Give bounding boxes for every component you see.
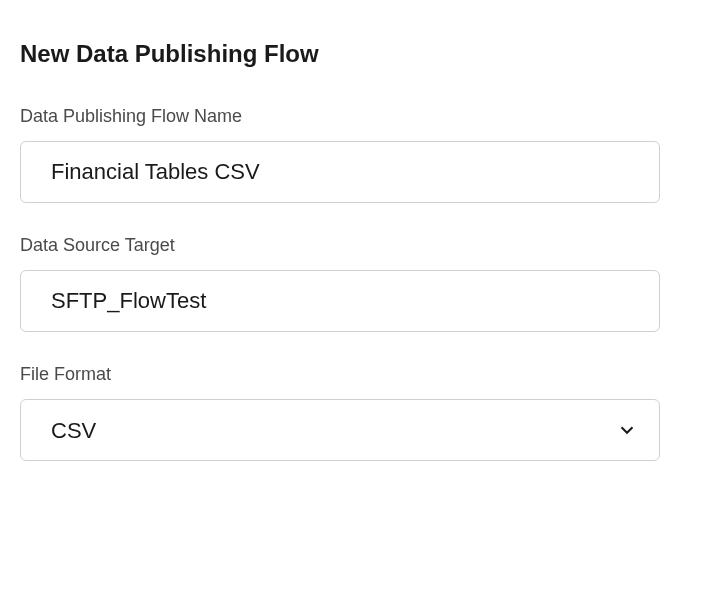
data-source-target-input[interactable] — [20, 270, 660, 332]
page-title: New Data Publishing Flow — [20, 40, 708, 68]
flow-name-input[interactable] — [20, 141, 660, 203]
file-format-label: File Format — [20, 364, 708, 385]
flow-name-label: Data Publishing Flow Name — [20, 106, 708, 127]
data-source-target-label: Data Source Target — [20, 235, 708, 256]
file-format-group: File Format CSV — [20, 364, 708, 461]
flow-name-group: Data Publishing Flow Name — [20, 106, 708, 203]
file-format-select-wrapper: CSV — [20, 399, 660, 461]
file-format-select[interactable]: CSV — [20, 399, 660, 461]
data-source-target-group: Data Source Target — [20, 235, 708, 332]
